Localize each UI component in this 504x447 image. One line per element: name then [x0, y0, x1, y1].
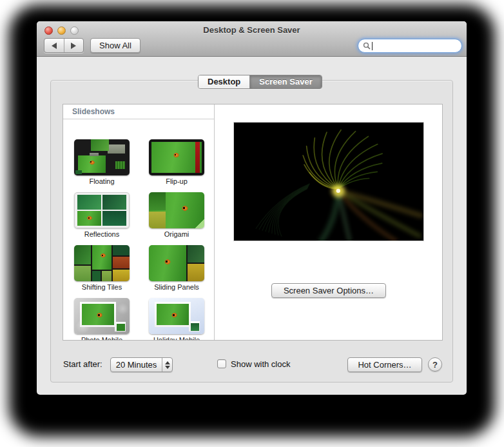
start-after-label: Start after: — [63, 359, 102, 369]
thumbnail-label: Floating — [66, 177, 138, 185]
slideshow-grid: Floating Flip-up Reflections Origa — [63, 120, 214, 340]
thumbnail-origami — [149, 192, 204, 228]
show-with-clock-label: Show with clock — [231, 359, 290, 369]
show-with-clock-checkbox[interactable] — [217, 359, 226, 368]
thumbnail-label: Photo Mobile — [66, 336, 138, 340]
thumbnail-label: Shifting Tiles — [66, 283, 138, 291]
thumbnail-photo-mobile — [74, 298, 130, 334]
hot-corners-button[interactable]: Hot Corners… — [347, 357, 422, 372]
thumbnail-label: Sliding Panels — [141, 283, 213, 291]
thumbnail-label: Flip-up — [141, 177, 213, 185]
slideshow-item-shifting-tiles[interactable]: Shifting Tiles — [66, 245, 138, 291]
screen-saver-panel: Slideshows Floating Flip-up Reflect — [50, 80, 453, 382]
screenshot-stage: Desktop & Screen Saver Show All Desktop … — [0, 0, 504, 447]
search-input[interactable] — [374, 41, 457, 51]
slideshows-header: Slideshows — [63, 104, 214, 119]
search-field[interactable] — [358, 39, 462, 53]
slideshow-item-photo-mobile[interactable]: Photo Mobile — [66, 298, 138, 340]
thumbnail-label: Origami — [141, 230, 213, 238]
nav-back-forward — [44, 38, 84, 53]
window-title: Desktop & Screen Saver — [37, 25, 467, 35]
preview-pane: Screen Saver Options… — [215, 104, 442, 340]
flurry-preview-art — [234, 123, 423, 241]
forward-icon — [71, 43, 76, 49]
thumbnail-reflections — [74, 192, 130, 228]
stepper-icon — [162, 358, 172, 372]
slideshow-item-flip-up[interactable]: Flip-up — [141, 139, 213, 185]
tab-screen-saver[interactable]: Screen Saver — [249, 75, 321, 88]
thumbnail-floating — [74, 139, 130, 175]
title-bar: Desktop & Screen Saver Show All — [37, 21, 467, 57]
system-preferences-window: Desktop & Screen Saver Show All Desktop … — [37, 21, 467, 395]
back-icon — [52, 43, 57, 49]
thumbnail-label: Holiday Mobile — [141, 336, 213, 340]
thumbnail-shifting-tiles — [74, 245, 130, 281]
thumbnail-flip-up — [149, 139, 204, 175]
screen-saver-options-button[interactable]: Screen Saver Options… — [271, 283, 386, 298]
thumbnail-sliding-panels — [149, 245, 204, 281]
thumbnail-label: Reflections — [66, 230, 138, 238]
help-button[interactable]: ? — [428, 357, 442, 372]
slideshow-item-holiday-mobile[interactable]: Holiday Mobile — [141, 298, 213, 340]
thumbnail-holiday-mobile — [149, 298, 204, 334]
show-all-button[interactable]: Show All — [90, 38, 141, 53]
back-button[interactable] — [44, 39, 64, 52]
footer-controls: Start after: 20 Minutes Show with clock … — [51, 357, 452, 372]
screensaver-preview — [233, 122, 424, 241]
start-after-popup[interactable]: 20 Minutes — [110, 357, 173, 372]
text-caret — [372, 42, 373, 50]
forward-button[interactable] — [64, 39, 84, 52]
slideshow-item-floating[interactable]: Floating — [66, 139, 138, 185]
tab-bar: Desktop Screen Saver — [198, 75, 322, 89]
search-icon — [363, 42, 371, 50]
slideshow-item-reflections[interactable]: Reflections — [66, 192, 138, 238]
start-after-value: 20 Minutes — [111, 360, 162, 370]
slideshow-item-origami[interactable]: Origami — [141, 192, 213, 238]
tab-desktop[interactable]: Desktop — [199, 75, 249, 88]
slideshow-item-sliding-panels[interactable]: Sliding Panels — [141, 245, 213, 291]
slideshow-list: Slideshows Floating Flip-up Reflect — [63, 104, 215, 340]
content-box: Slideshows Floating Flip-up Reflect — [63, 104, 443, 341]
